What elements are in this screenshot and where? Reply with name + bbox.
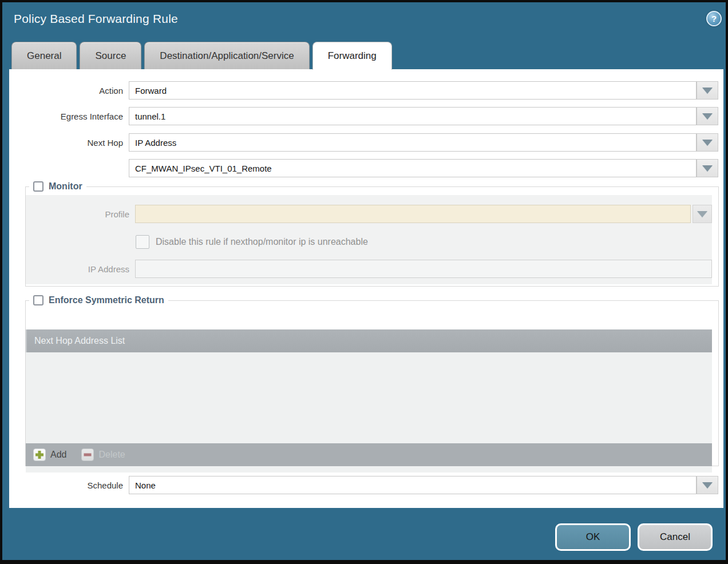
monitor-section: Monitor Profile Disable this rule if nex… bbox=[25, 181, 719, 287]
delete-minus-icon bbox=[81, 448, 94, 461]
enforce-symmetric-return-legend-label: Enforce Symmetric Return bbox=[49, 295, 164, 305]
add-plus-icon bbox=[33, 448, 46, 461]
action-label: Action bbox=[9, 81, 123, 100]
next-hop-address-list-header: Next Hop Address List bbox=[26, 329, 712, 352]
pbf-rule-dialog: Policy Based Forwarding Rule ? General S… bbox=[0, 0, 728, 564]
enforce-symmetric-return-section: Enforce Symmetric Return Next Hop Addres… bbox=[25, 295, 719, 466]
delete-button[interactable]: Delete bbox=[81, 448, 125, 461]
egress-interface-field[interactable]: tunnel.1 bbox=[129, 107, 697, 125]
ok-button[interactable]: OK bbox=[555, 523, 631, 551]
table-bottom-strip bbox=[26, 466, 712, 472]
profile-label: Profile bbox=[26, 205, 129, 223]
monitor-checkbox[interactable] bbox=[33, 181, 43, 192]
enforce-symmetric-return-legend: Enforce Symmetric Return bbox=[29, 295, 168, 305]
tab-destination-application-service[interactable]: Destination/Application/Service bbox=[144, 42, 309, 69]
schedule-label: Schedule bbox=[9, 476, 123, 494]
forwarding-tab-panel: Action Forward Egress Interface tunnel.1… bbox=[9, 69, 723, 508]
cancel-button[interactable]: Cancel bbox=[638, 523, 713, 551]
tab-forwarding-label: Forwarding bbox=[328, 50, 377, 62]
chevron-down-icon bbox=[702, 482, 713, 488]
add-button[interactable]: Add bbox=[33, 448, 66, 461]
egress-interface-dropdown-button[interactable] bbox=[697, 107, 718, 125]
monitor-panel: Profile Disable this rule if nexthop/mon… bbox=[26, 195, 712, 284]
enforce-symmetric-return-checkbox[interactable] bbox=[33, 295, 43, 305]
schedule-field[interactable]: None bbox=[129, 476, 697, 494]
tab-source-label: Source bbox=[95, 50, 126, 62]
next-hop-dropdown-button[interactable] bbox=[697, 133, 718, 152]
next-hop-address-dropdown-button[interactable] bbox=[697, 159, 718, 177]
next-hop-address-field[interactable]: CF_MWAN_IPsec_VTI_01_Remote bbox=[129, 159, 697, 177]
schedule-dropdown-button[interactable] bbox=[697, 476, 718, 494]
action-dropdown-button[interactable] bbox=[697, 81, 718, 100]
add-button-label: Add bbox=[50, 450, 66, 460]
next-hop-address-list-body[interactable] bbox=[26, 352, 712, 443]
tab-general-label: General bbox=[27, 50, 61, 62]
chevron-down-icon bbox=[702, 88, 713, 94]
chevron-down-icon bbox=[702, 140, 713, 146]
help-icon[interactable]: ? bbox=[706, 11, 722, 26]
tab-destination-label: Destination/Application/Service bbox=[160, 50, 294, 62]
disable-rule-label: Disable this rule if nexthop/monitor ip … bbox=[156, 237, 368, 247]
monitor-ip-address-label: IP Address bbox=[26, 260, 129, 278]
dialog-title: Policy Based Forwarding Rule bbox=[14, 12, 178, 26]
tab-general[interactable]: General bbox=[11, 42, 77, 69]
monitor-legend-label: Monitor bbox=[49, 181, 82, 192]
next-hop-address-list-toolbar: Add Delete bbox=[26, 443, 712, 466]
chevron-down-icon bbox=[702, 165, 713, 172]
tab-bar: General Source Destination/Application/S… bbox=[11, 42, 392, 69]
action-field[interactable]: Forward bbox=[129, 81, 697, 100]
monitor-legend: Monitor bbox=[29, 181, 86, 192]
profile-field[interactable] bbox=[135, 205, 691, 223]
disable-rule-row: Disable this rule if nexthop/monitor ip … bbox=[136, 235, 368, 249]
egress-interface-label: Egress Interface bbox=[9, 107, 123, 125]
monitor-ip-address-field[interactable] bbox=[135, 260, 712, 278]
profile-dropdown-button[interactable] bbox=[693, 205, 712, 223]
chevron-down-icon bbox=[697, 211, 707, 217]
disable-rule-checkbox[interactable] bbox=[136, 235, 149, 249]
ok-button-label: OK bbox=[586, 531, 600, 543]
help-glyph: ? bbox=[711, 14, 717, 23]
next-hop-type-field[interactable]: IP Address bbox=[129, 133, 697, 152]
delete-button-label: Delete bbox=[98, 450, 125, 460]
chevron-down-icon bbox=[702, 113, 713, 120]
next-hop-label: Next Hop bbox=[9, 133, 123, 152]
tab-source[interactable]: Source bbox=[80, 42, 141, 69]
tab-forwarding[interactable]: Forwarding bbox=[312, 42, 392, 70]
cancel-button-label: Cancel bbox=[660, 531, 690, 543]
next-hop-address-table: Next Hop Address List Add Delete bbox=[26, 329, 712, 472]
